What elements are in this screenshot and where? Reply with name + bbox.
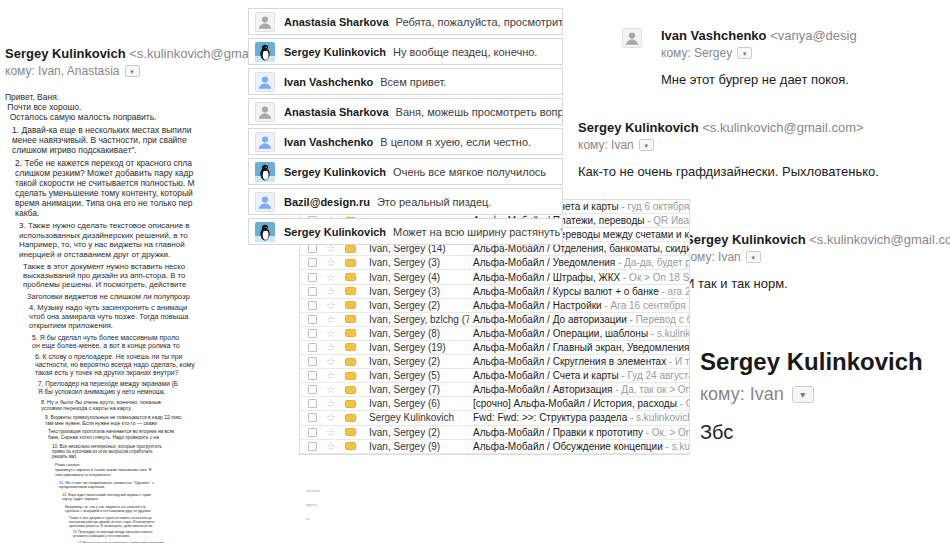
inbox-row[interactable]: Ivan, Sergey (8) Альфа-Мобайл / Операции… xyxy=(300,327,689,341)
label-tag-icon[interactable] xyxy=(345,386,356,394)
checkbox[interactable] xyxy=(308,315,317,324)
thread-subject-line: Альфа-Мобайл / Обсуждение концепции - s.… xyxy=(473,441,689,452)
checkbox[interactable] xyxy=(308,413,317,422)
email-body: И так и так норм. xyxy=(685,276,950,291)
star-icon[interactable] xyxy=(326,342,338,353)
checkbox[interactable] xyxy=(308,258,317,267)
email-open-norm: Sergey Kulinkovich <s.kulinkovich@gmail.… xyxy=(685,232,950,291)
label-tag-icon[interactable] xyxy=(345,400,356,408)
checkbox[interactable] xyxy=(308,287,317,296)
label-tag-icon[interactable] xyxy=(345,343,356,351)
checkbox[interactable] xyxy=(308,371,317,380)
star-icon[interactable] xyxy=(326,412,338,423)
penguin-avatar xyxy=(255,222,275,242)
checkbox[interactable] xyxy=(308,244,317,253)
recipients-line: кому: Sergey xyxy=(661,46,857,60)
label-tag-icon[interactable] xyxy=(345,442,356,450)
checkbox[interactable] xyxy=(308,385,317,394)
thread-subject-line: Альфа-Мобайл / Штрафы, ЖКХ - Ок > On 18 … xyxy=(473,272,689,283)
label-tag-icon[interactable] xyxy=(345,315,356,323)
thread-snippet: - s.kulinkovich xyxy=(666,441,689,452)
thread-snippet: - Перевод с белыми xyxy=(630,314,689,325)
star-icon[interactable] xyxy=(326,384,338,395)
thread-snippet: - И так и так xyxy=(669,356,689,367)
conversation-list-item[interactable]: Ivan Vashchenko Всем привет. xyxy=(248,68,563,95)
chevron-down-icon[interactable] xyxy=(792,386,814,403)
checkbox[interactable] xyxy=(308,442,317,451)
sender-name: Ivan Vashchenko xyxy=(284,136,373,148)
checkbox[interactable] xyxy=(308,428,317,437)
penguin-avatar xyxy=(255,162,275,182)
label-tag-icon[interactable] xyxy=(345,414,356,422)
label-tag-icon[interactable] xyxy=(345,329,356,337)
star-icon[interactable] xyxy=(326,398,338,409)
star-icon[interactable] xyxy=(326,300,338,311)
label-tag-icon[interactable] xyxy=(345,301,356,309)
recipients-line: кому: Ivan xyxy=(578,138,879,152)
inbox-row[interactable]: Ivan, Sergey, bzlchg (7) Альфа-Мобайл / … xyxy=(300,313,689,327)
label-tag-icon[interactable] xyxy=(345,372,356,380)
star-icon[interactable] xyxy=(326,370,338,381)
inbox-row[interactable]: Ivan, Sergey (9) Альфа-Мобайл / Обсужден… xyxy=(300,440,689,454)
checkbox[interactable] xyxy=(308,301,317,310)
email-paragraph: 13. Прелоадер на переходе между экранами… xyxy=(73,531,425,539)
conversation-list-item[interactable]: Ivan Vashchenko В целом я хуею, если чес… xyxy=(248,128,563,155)
inbox-row[interactable]: Ivan, Sergey (2) Альфа-Мобайл / Правки к… xyxy=(300,426,689,440)
star-icon[interactable] xyxy=(326,257,338,268)
thread-senders: Ivan, Sergey, bzlchg (7) xyxy=(369,314,469,325)
checkbox[interactable] xyxy=(308,357,317,366)
chevron-down-icon[interactable] xyxy=(639,139,654,151)
checkbox[interactable] xyxy=(308,329,317,338)
checkbox[interactable] xyxy=(308,399,317,408)
person-icon xyxy=(622,28,642,48)
inbox-row[interactable]: Ivan, Sergey (5) Альфа-Мобайл / Счета и … xyxy=(300,369,689,383)
inbox-row[interactable]: Ivan, Sergey (2) Альфа-Мобайл / Настройк… xyxy=(300,299,689,313)
chevron-down-icon[interactable] xyxy=(125,65,140,77)
conversation-list-item[interactable]: Sergey Kulinkovich Ну вообще пездец, кон… xyxy=(248,38,563,65)
inbox-row[interactable]: Ivan, Sergey (2) Альфа-Мобайл / Скруглен… xyxy=(300,355,689,369)
conversation-list-item[interactable]: Anastasia Sharkova Ваня, можешь просмотр… xyxy=(248,98,563,125)
checkbox[interactable] xyxy=(308,273,317,282)
message-snippet: Это реальный пиздец. xyxy=(377,196,491,208)
inbox-row[interactable]: Ivan, Sergey (19) Альфа-Мобайл / Главный… xyxy=(300,341,689,355)
chevron-down-icon[interactable] xyxy=(737,47,752,59)
thread-senders: Ivan, Sergey (3) xyxy=(369,286,469,297)
label-tag-icon[interactable] xyxy=(345,273,356,281)
star-icon[interactable] xyxy=(326,441,338,452)
label-tag-icon[interactable] xyxy=(345,287,356,295)
conversation-list-item[interactable]: Bazil@design.ru Это реальный пиздец. xyxy=(248,188,563,215)
inbox-row[interactable]: Ivan, Sergey (6) [срочно] Альфа-Мобайл /… xyxy=(300,397,689,411)
sender-name: Ivan Vashchenko xyxy=(284,76,373,88)
conversation-list-item[interactable]: Sergey Kulinkovich Может на всю ширину р… xyxy=(248,218,563,245)
message-snippet: Ну вообще пездец, конечно. xyxy=(393,46,537,58)
chevron-down-icon[interactable] xyxy=(746,251,761,263)
inbox-row[interactable]: Ivan, Sergey (4) Альфа-Мобайл / Штрафы, … xyxy=(300,270,689,284)
star-icon[interactable] xyxy=(326,272,338,283)
recipients-line: кому: Ivan xyxy=(685,250,950,264)
email-open-rykhlovatenko: Sergey Kulinkovich <s.kulinkovich@gmail.… xyxy=(578,120,879,179)
thread-senders: Ivan, Sergey (19) xyxy=(369,342,469,353)
thread-senders: Ivan, Sergey (8) xyxy=(369,328,469,339)
star-icon[interactable] xyxy=(326,286,338,297)
label-tag-icon[interactable] xyxy=(345,358,356,366)
conversation-list-item[interactable]: Sergey Kulinkovich Очень все мягкое полу… xyxy=(248,158,563,185)
star-icon[interactable] xyxy=(326,314,338,325)
star-icon[interactable] xyxy=(326,328,338,339)
checkbox[interactable] xyxy=(308,343,317,352)
message-snippet: Всем привет. xyxy=(380,76,446,88)
conversation-list-item[interactable]: Anastasia Sharkova Ребята, пожалуйста, п… xyxy=(248,8,563,35)
thread-snippet: - s.kulinkovich@ xyxy=(651,328,689,339)
star-icon[interactable] xyxy=(326,427,338,438)
thread-subject: Альфа-Мобайл / Авторизация xyxy=(473,384,615,395)
thread-senders: Ivan, Sergey (4) xyxy=(369,272,469,283)
inbox-row[interactable]: Sergey Kulinkovich Fwd: Fwd: >>: Структу… xyxy=(300,411,689,425)
inbox-row[interactable]: Ivan, Sergey (7) Альфа-Мобайл / Авториза… xyxy=(300,383,689,397)
label-tag-icon[interactable] xyxy=(345,428,356,436)
label-tag-icon[interactable] xyxy=(345,259,356,267)
thread-snippet: - Да-да, будет рубль) И xyxy=(618,257,689,268)
label-tag-icon[interactable] xyxy=(345,245,356,253)
star-icon[interactable] xyxy=(326,356,338,367)
inbox-row[interactable]: Ivan, Sergey (3) Альфа-Мобайл / Уведомле… xyxy=(300,256,689,270)
inbox-row[interactable]: Ivan, Sergey (3) Альфа-Мобайл / Курсы ва… xyxy=(300,285,689,299)
email-body-line: предложением карточки. xyxy=(59,485,425,490)
